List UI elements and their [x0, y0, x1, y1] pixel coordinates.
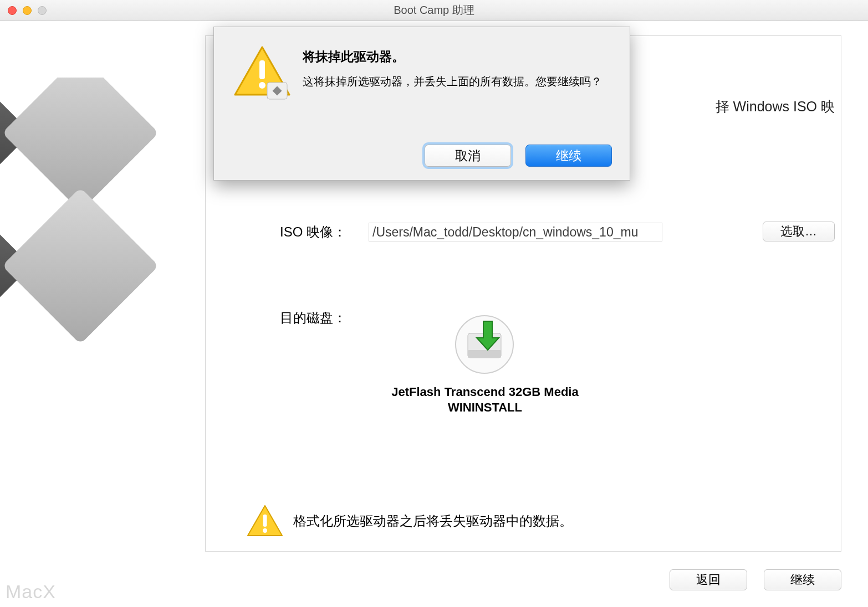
continue-button[interactable]: 继续	[764, 569, 841, 590]
svg-point-10	[259, 82, 265, 89]
destination-disk-icon[interactable]	[455, 315, 514, 374]
format-warning-row: 格式化所选驱动器之后将丢失驱动器中的数据。	[247, 505, 573, 538]
svg-point-8	[263, 528, 267, 533]
choose-iso-button[interactable]: 选取…	[763, 222, 835, 241]
disk-name-line2: WININSTALL	[377, 400, 593, 415]
erase-confirm-dialog: 将抹掉此驱动器。 这将抹掉所选驱动器，并丢失上面的所有数据。您要继续吗？ 取消 …	[213, 27, 630, 181]
iso-path-input[interactable]	[369, 223, 662, 241]
svg-rect-1	[2, 78, 159, 211]
dialog-message: 这将抹掉所选驱动器，并丢失上面的所有数据。您要继续吗？	[303, 73, 609, 90]
dialog-title: 将抹掉此驱动器。	[303, 48, 609, 65]
traffic-lights	[8, 6, 47, 15]
svg-rect-9	[259, 60, 265, 79]
wizard-footer: 返回 继续	[670, 569, 841, 590]
alert-warning-icon	[232, 44, 293, 105]
destination-disk-name: JetFlash Transcend 32GB Media WININSTALL	[377, 384, 593, 415]
window-title: Boot Camp 助理	[394, 3, 474, 18]
svg-rect-7	[263, 515, 267, 527]
svg-rect-2	[0, 188, 31, 344]
svg-rect-3	[2, 188, 159, 344]
watermark: MacX	[6, 581, 56, 603]
bootcamp-logo-icon	[0, 78, 164, 421]
destination-disk-label: 目的磁盘：	[280, 309, 346, 327]
format-warning-text: 格式化所选驱动器之后将丢失驱动器中的数据。	[293, 512, 573, 530]
iso-row: ISO 映像：	[280, 223, 662, 241]
window-zoom-button	[38, 6, 47, 15]
svg-rect-6	[468, 350, 501, 358]
page-heading-fragment: 择 Windows ISO 映	[716, 97, 835, 116]
titlebar: Boot Camp 助理	[0, 0, 868, 21]
dialog-cancel-button[interactable]: 取消	[425, 145, 511, 167]
back-button[interactable]: 返回	[670, 569, 747, 590]
dialog-continue-button[interactable]: 继续	[525, 145, 612, 167]
disk-name-line1: JetFlash Transcend 32GB Media	[377, 384, 593, 400]
svg-rect-0	[0, 78, 31, 211]
window-minimize-button[interactable]	[23, 6, 32, 15]
warning-icon	[247, 505, 283, 538]
window-close-button[interactable]	[8, 6, 17, 15]
iso-label: ISO 映像：	[280, 223, 346, 241]
